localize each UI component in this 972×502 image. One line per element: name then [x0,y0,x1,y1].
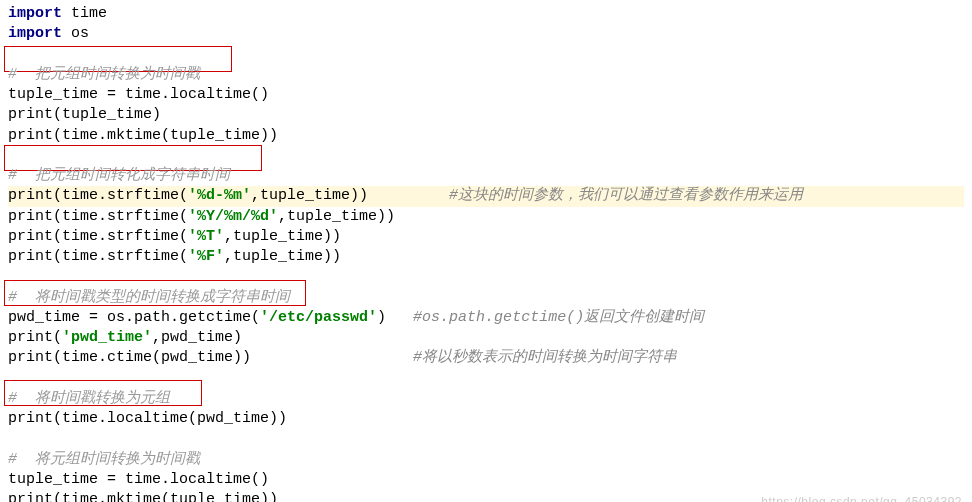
blank-line [8,45,964,65]
module-name: os [62,25,89,42]
builtin-print: print [8,127,53,144]
comment-line: # 把元组时间转化成字符串时间 [8,166,964,186]
builtin-print: print [8,208,53,225]
code-text: ) [377,309,386,326]
code-text: (time.localtime(pwd_time)) [53,410,287,427]
comment: # 将元组时间转换为时间戳 [8,451,200,468]
inline-comment: #os.path.getctime()返回文件创建时间 [413,309,704,326]
code-line: import os [8,24,964,44]
code-text: ,pwd_time) [152,329,242,346]
blank-line [8,146,964,166]
code-line: tuple_time = time.localtime() [8,470,964,490]
code-line: print(time.strftime('%Y/%m/%d',tuple_tim… [8,207,964,227]
comment: # 把元组时间转化成字符串时间 [8,167,230,184]
builtin-print: print [8,106,53,123]
code-text: (tuple_time) [53,106,161,123]
code-line: print(time.strftime('%T',tuple_time)) [8,227,964,247]
code-line: tuple_time = time.localtime() [8,85,964,105]
builtin-print: print [8,248,53,265]
keyword-import: import [8,5,62,22]
code-line: pwd_time = os.path.getctime('/etc/passwd… [8,308,964,328]
comment: # 把元组时间转换为时间戳 [8,66,200,83]
code-text: ,tuple_time)) [278,208,395,225]
code-text: (time.strftime( [53,228,188,245]
code-line: print(time.ctime(pwd_time)) #将以秒数表示的时间转换… [8,348,964,368]
string-literal: '%F' [188,248,224,265]
code-line: print('pwd_time',pwd_time) [8,328,964,348]
string-literal: 'pwd_time' [62,329,152,346]
code-line: print(time.localtime(pwd_time)) [8,409,964,429]
comment-line: # 将时间戳转换为元组 [8,389,964,409]
blank-line [8,267,964,287]
comment: # 将时间戳转换为元组 [8,390,170,407]
blank-line [8,369,964,389]
comment: # 将时间戳类型的时间转换成字符串时间 [8,289,290,306]
code-text: ( [53,329,62,346]
code-text: (time.strftime( [53,248,188,265]
code-line: print(time.mktime(tuple_time)) [8,126,964,146]
builtin-print: print [8,491,53,502]
code-text: (time.strftime( [53,187,188,204]
code-line: import time [8,4,964,24]
inline-comment: #将以秒数表示的时间转换为时间字符串 [413,349,677,366]
code-line: print(tuple_time) [8,105,964,125]
string-literal: '%d-%m' [188,187,251,204]
code-text: ,tuple_time)) [224,228,341,245]
code-text: (time.mktime(tuple_time)) [53,491,278,502]
module-name: time [62,5,107,22]
code-text: (time.ctime(pwd_time)) [53,349,251,366]
builtin-print: print [8,410,53,427]
blank-line [8,429,964,449]
code-text: tuple_time = time.localtime() [8,86,269,103]
code-text: (time.mktime(tuple_time)) [53,127,278,144]
inline-comment: #这块的时间参数，我们可以通过查看参数作用来运用 [449,187,803,204]
code-text: (time.strftime( [53,208,188,225]
builtin-print: print [8,187,53,204]
code-line: print(time.strftime('%F',tuple_time)) [8,247,964,267]
comment-line: # 把元组时间转换为时间戳 [8,65,964,85]
comment-line: # 将时间戳类型的时间转换成字符串时间 [8,288,964,308]
code-line-highlighted: print(time.strftime('%d-%m',tuple_time))… [8,186,964,206]
string-literal: '/etc/passwd' [260,309,377,326]
string-literal: '%T' [188,228,224,245]
watermark-text: https://blog.csdn.net/qq_45034392 [761,494,962,502]
builtin-print: print [8,228,53,245]
builtin-print: print [8,349,53,366]
comment-line: # 将元组时间转换为时间戳 [8,450,964,470]
keyword-import: import [8,25,62,42]
code-text: ,tuple_time)) [224,248,341,265]
string-literal: '%Y/%m/%d' [188,208,278,225]
code-text: pwd_time = os.path.getctime( [8,309,260,326]
builtin-print: print [8,329,53,346]
code-text: ,tuple_time)) [251,187,368,204]
code-text: tuple_time = time.localtime() [8,471,269,488]
